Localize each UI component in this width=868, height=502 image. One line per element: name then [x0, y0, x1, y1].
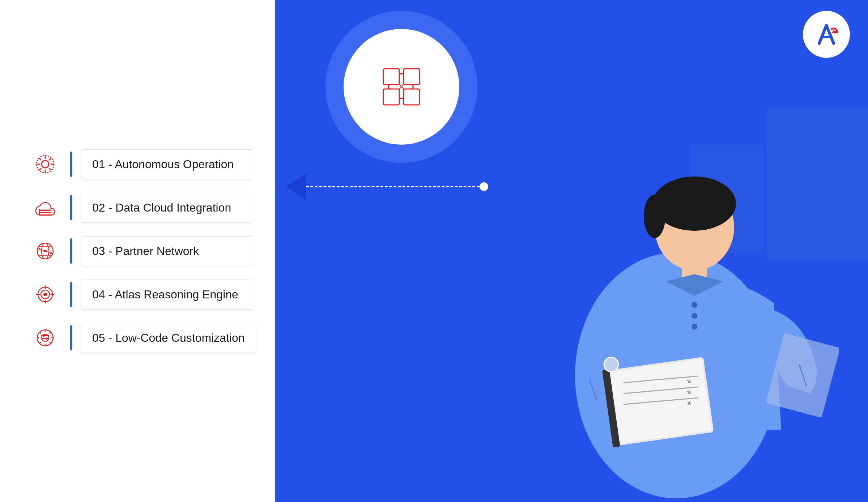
item-label-02: 02 - Data Cloud Integration: [92, 201, 231, 214]
logo-icon: [812, 20, 841, 49]
svg-point-29: [46, 337, 48, 340]
svg-point-27: [43, 335, 45, 337]
svg-rect-31: [383, 69, 399, 85]
svg-point-19: [43, 293, 47, 296]
icon-low-code: [29, 322, 61, 354]
list-item-03[interactable]: 03 - Partner Network: [29, 235, 253, 267]
svg-point-39: [653, 176, 736, 231]
item-label-01: 01 - Autonomous Operation: [92, 158, 234, 171]
item-label-03: 03 - Partner Network: [92, 244, 199, 258]
dot-end: [480, 182, 488, 191]
svg-rect-32: [404, 69, 420, 85]
svg-point-6: [48, 212, 50, 213]
arrow-triangle: [286, 174, 306, 200]
item-label-04: 04 - Atlas Reasoning Engine: [92, 288, 238, 301]
divider-01: [70, 152, 72, 177]
item-text-04[interactable]: 04 - Atlas Reasoning Engine: [81, 280, 253, 310]
item-label-05: 05 - Low-Code Customization: [92, 331, 245, 344]
svg-point-53: [692, 313, 697, 319]
svg-point-54: [692, 324, 697, 329]
divider-04: [70, 282, 72, 307]
left-panel: 01 - Autonomous Operation 02 - Data Clou…: [0, 0, 275, 502]
svg-rect-33: [383, 89, 399, 105]
big-circle-outer: [326, 11, 477, 163]
divider-02: [70, 195, 72, 220]
svg-rect-34: [404, 89, 420, 105]
svg-point-52: [692, 302, 697, 308]
item-text-03[interactable]: 03 - Partner Network: [81, 236, 253, 266]
icon-atlas-reasoning: [29, 278, 61, 311]
logo-circle: [803, 11, 850, 58]
list-item-05[interactable]: 05 - Low-Code Customization: [29, 322, 253, 354]
svg-point-57: [604, 357, 618, 372]
person-illustration: × × ×: [514, 104, 839, 502]
svg-point-40: [644, 195, 665, 238]
list-item-02[interactable]: 02 - Data Cloud Integration: [29, 191, 253, 224]
puzzle-icon: [376, 61, 427, 112]
item-text-01[interactable]: 01 - Autonomous Operation: [81, 149, 253, 179]
icon-data-cloud: [29, 191, 61, 224]
svg-point-0: [42, 161, 49, 168]
dashed-line: [306, 186, 480, 187]
list-item-04[interactable]: 04 - Atlas Reasoning Engine: [29, 278, 253, 311]
item-text-05[interactable]: 05 - Low-Code Customization: [81, 323, 256, 353]
right-panel: × × ×: [275, 0, 868, 502]
list-item-01[interactable]: 01 - Autonomous Operation: [29, 148, 253, 180]
big-circle-inner: [344, 29, 459, 145]
svg-point-5: [48, 210, 50, 211]
icon-autonomous-operation: [29, 148, 61, 180]
arrow-dashed-line: [286, 174, 488, 200]
divider-05: [70, 325, 72, 350]
icon-partner-network: [29, 235, 61, 267]
divider-03: [70, 238, 72, 264]
item-text-02[interactable]: 02 - Data Cloud Integration: [81, 193, 253, 223]
